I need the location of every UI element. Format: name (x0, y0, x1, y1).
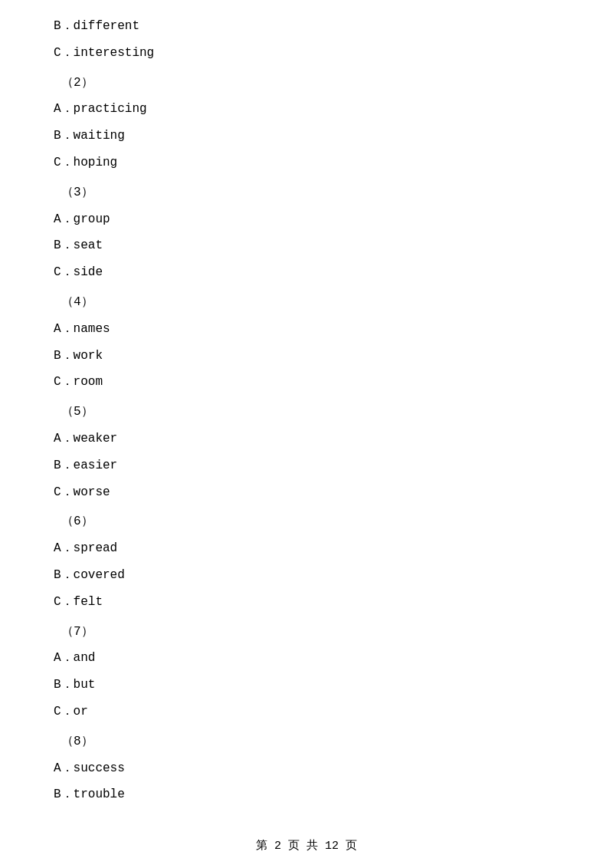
option-a-spread: A．spread (54, 538, 559, 560)
option-a-group: A．group (54, 209, 559, 231)
question-number-2: （2） (54, 72, 559, 94)
page-content: B．different C．interesting （2） A．practici… (0, 0, 613, 856)
option-b-waiting: B．waiting (54, 125, 559, 147)
option-a-names: A．names (54, 318, 559, 340)
option-b-trouble: B．trouble (54, 784, 559, 806)
option-a-practicing: A．practicing (54, 98, 559, 120)
option-b-different: B．different (54, 15, 559, 38)
option-c-room: C．room (54, 371, 559, 393)
page-footer: 第 2 页 共 12 页 (0, 838, 613, 853)
footer-text: 第 2 页 共 12 页 (256, 840, 357, 853)
option-b-seat: B．seat (54, 235, 559, 257)
option-c-interesting: C．interesting (54, 42, 559, 64)
option-a-weaker: A．weaker (54, 428, 559, 450)
option-b-work: B．work (54, 345, 559, 367)
option-c-hoping: C．hoping (54, 152, 559, 174)
option-b-covered: B．covered (54, 564, 559, 587)
option-a-success: A．success (54, 758, 559, 780)
option-c-or: C．or (54, 701, 559, 723)
option-b-but: B．but (54, 674, 559, 696)
option-c-side: C．side (54, 261, 559, 284)
question-number-7: （7） (54, 621, 559, 643)
option-c-worse: C．worse (54, 482, 559, 504)
option-a-and: A．and (54, 647, 559, 669)
question-number-8: （8） (54, 731, 559, 753)
option-b-easier: B．easier (54, 455, 559, 477)
option-c-felt: C．felt (54, 591, 559, 613)
question-number-4: （4） (54, 291, 559, 314)
question-number-6: （6） (54, 511, 559, 533)
question-number-5: （5） (54, 401, 559, 423)
question-number-3: （3） (54, 182, 559, 204)
